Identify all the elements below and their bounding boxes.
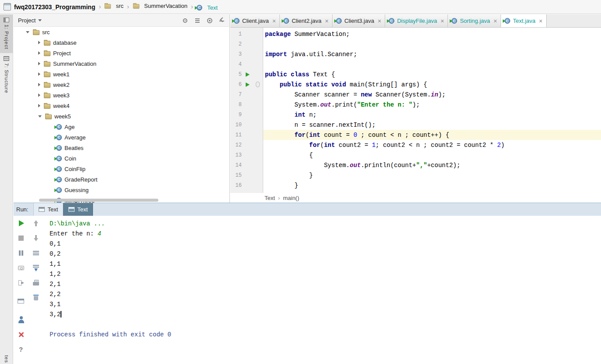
locate-icon[interactable] [182,18,188,24]
up-stack-trace-icon[interactable] [32,219,40,227]
code-line-3[interactable]: 3import java.util.Scanner; [230,49,601,59]
code-text[interactable]: n = scanner.nextInt(); [263,120,601,130]
help-icon[interactable] [17,346,25,353]
tree-item-src[interactable]: src [14,27,229,37]
show-console-icon[interactable] [17,297,25,305]
run-tab-0[interactable]: Text [33,203,63,216]
close-icon[interactable]: × [539,18,543,24]
code-text[interactable]: public static void main(String[] args) { [263,79,601,89]
code-line-11[interactable]: 11 for(int count = 0 ; count < n ; count… [230,130,601,140]
chevron-icon[interactable] [38,41,40,44]
editor-tab-sorting-java[interactable]: CSorting.java× [448,14,501,27]
close-icon[interactable]: × [272,18,276,24]
code-text[interactable] [263,59,601,69]
stripe-button-structure[interactable]: 7: Structure [0,53,13,97]
tree-item-week1[interactable]: week1 [14,69,229,79]
line-number[interactable]: 14 [230,162,242,168]
breadcrumb-class[interactable]: Text [265,195,275,201]
chevron-icon[interactable] [38,93,40,97]
code-line-1[interactable]: 1package SummerVacation; [230,29,601,39]
run-line-icon[interactable] [246,82,250,87]
code-line-2[interactable]: 2 [230,39,601,49]
code-text[interactable]: Scanner scanner = new Scanner(System.in)… [263,89,601,100]
close-icon[interactable]: × [440,18,444,24]
console-output[interactable]: D:\bin\java ...Enter the n: 40,10,21,11,… [44,216,601,364]
code-line-7[interactable]: 7 Scanner scanner = new Scanner(System.i… [230,89,601,100]
tree-item-week2[interactable]: week2 [14,79,229,90]
horizontal-scrollbar[interactable] [39,199,158,202]
chevron-icon[interactable] [38,51,40,55]
run-line-icon[interactable] [246,72,250,77]
code-line-9[interactable]: 9 int n; [230,110,601,120]
hide-icon[interactable] [219,18,225,24]
code-text[interactable]: System.out.print("Enter the n: "); [263,100,601,110]
line-number[interactable]: 1 [230,31,242,37]
code-text[interactable]: for(int count2 = 1; count2 < n ; count2 … [263,140,601,150]
settings-icon[interactable] [207,18,213,24]
tree-item-project[interactable]: Project [14,48,229,58]
tree-item-summervacation[interactable]: SummerVacation [14,58,229,69]
project-panel-title[interactable]: Project [18,17,42,24]
clear-all-icon[interactable] [32,293,40,301]
editor-tab-client-java[interactable]: CClient.java× [230,14,280,27]
code-text[interactable]: } [263,170,601,180]
scroll-to-end-icon[interactable] [32,264,40,272]
chevron-icon[interactable] [38,83,40,86]
chevron-icon[interactable] [38,115,42,118]
code-text[interactable]: for(int count = 0 ; count < n ; count++)… [263,130,601,140]
chevron-icon[interactable] [26,31,29,33]
close-icon[interactable]: × [325,18,329,24]
tree-item-week3[interactable]: week3 [14,90,229,100]
pause-icon[interactable] [17,249,25,257]
line-number[interactable]: 5 [230,71,242,78]
dump-threads-icon[interactable] [17,264,25,272]
tree-item-age[interactable]: CAge [14,121,229,132]
tree-item-beatles[interactable]: CBeatles [14,143,229,153]
down-stack-trace-icon[interactable] [32,234,40,242]
code-text[interactable]: { [263,150,601,160]
line-number[interactable]: 15 [230,172,242,178]
code-text[interactable]: import java.util.Scanner; [263,49,601,59]
code-line-10[interactable]: 10 n = scanner.nextInt(); [230,120,601,130]
line-number[interactable]: 6 [230,82,242,88]
breadcrumb-summervacation[interactable]: SummerVacation [133,3,188,9]
rerun-icon[interactable] [17,219,25,227]
code-line-5[interactable]: 5public class Text { [230,69,601,79]
tree-item-gradereport[interactable]: CGradeReport [14,174,229,185]
stop-icon[interactable] [17,234,25,242]
editor-tab-client2-java[interactable]: CClient2.java× [280,14,333,27]
breadcrumb-project-root[interactable]: fwq20172303_Programming [14,4,95,11]
tree-item-week5[interactable]: week5 [14,111,229,121]
stripe-button-project[interactable]: 1: Project [0,14,13,53]
line-number[interactable]: 11 [230,132,242,138]
editor-tab-text-java[interactable]: CText.java× [501,14,547,27]
print-icon[interactable] [32,279,40,287]
line-number[interactable]: 10 [230,122,242,128]
code-line-14[interactable]: 14 System.out.println(count+","+count2); [230,160,601,170]
editor-tab-displayfile-java[interactable]: CDisplayFile.java× [385,14,448,27]
tree-item-coinflip[interactable]: CCoinFlip [14,164,229,174]
line-number[interactable]: 3 [230,51,242,57]
code-line-12[interactable]: 12 for(int count2 = 1; count2 < n ; coun… [230,140,601,150]
code-text[interactable] [263,39,601,49]
code-text[interactable]: System.out.println(count+","+count2); [263,160,601,170]
attach-debugger-icon[interactable] [17,316,25,324]
stripe-button-bottom-partial[interactable]: tes [0,355,13,363]
line-number[interactable]: 9 [230,112,242,118]
line-number[interactable]: 2 [230,41,242,47]
chevron-icon[interactable] [38,104,40,107]
tree-item-guessing[interactable]: CGuessing [14,185,229,195]
code-editor[interactable]: 1package SummerVacation;23import java.ut… [230,28,601,193]
breadcrumb-src[interactable]: src [104,3,123,9]
code-line-4[interactable]: 4 [230,59,601,69]
close-icon[interactable] [17,331,25,339]
line-number[interactable]: 12 [230,142,242,148]
code-line-6[interactable]: 6 public static void main(String[] args)… [230,79,601,89]
tree-item-average[interactable]: CAverage [14,132,229,143]
line-number[interactable]: 4 [230,61,242,68]
line-number[interactable]: 13 [230,152,242,158]
code-line-15[interactable]: 15 } [230,170,601,180]
exit-icon[interactable] [17,279,25,287]
collapse-all-icon[interactable] [194,18,200,24]
tree-item-coin[interactable]: CCoin [14,153,229,164]
